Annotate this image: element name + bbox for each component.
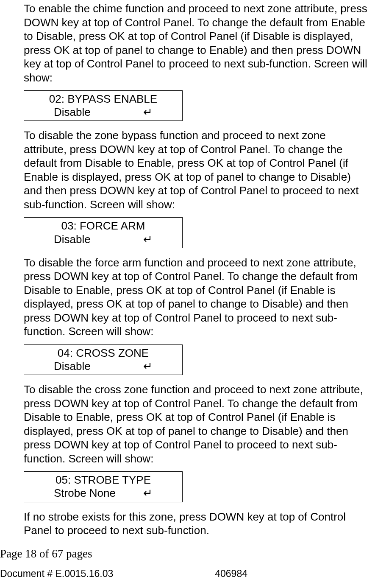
return-icon: ↵ — [143, 487, 153, 500]
paragraph-chime: To enable the chime function and proceed… — [24, 2, 371, 84]
page-number: Page 18 of 67 pages — [0, 547, 375, 560]
return-icon: ↵ — [143, 106, 153, 119]
lcd-value: Strobe None — [54, 487, 116, 500]
lcd-title: 05: STROBE TYPE — [28, 473, 178, 487]
lcd-status-row: Strobe None ↵ — [28, 487, 178, 500]
lcd-title: 02: BYPASS ENABLE — [28, 92, 178, 106]
lcd-value: Disable — [54, 360, 91, 373]
return-icon: ↵ — [143, 233, 153, 246]
page-footer: Page 18 of 67 pages Document # E.0015.16… — [0, 547, 375, 580]
lcd-status-row: Disable ↵ — [28, 106, 178, 119]
lcd-screen-strobe: 05: STROBE TYPE Strobe None ↵ — [24, 471, 183, 502]
lcd-value: Disable — [54, 233, 91, 246]
lcd-screen-force-arm: 03: FORCE ARM Disable ↵ — [24, 217, 183, 248]
lcd-status-row: Disable ↵ — [28, 360, 178, 373]
lcd-title: 04: CROSS ZONE — [28, 347, 178, 360]
paragraph-bypass: To disable the zone bypass function and … — [24, 129, 371, 211]
lcd-title: 03: FORCE ARM — [28, 219, 178, 232]
return-icon: ↵ — [143, 360, 153, 373]
lcd-screen-bypass: 02: BYPASS ENABLE Disable ↵ — [24, 90, 183, 121]
lcd-screen-cross-zone: 04: CROSS ZONE Disable ↵ — [24, 344, 183, 375]
lcd-status-row: Disable ↵ — [28, 233, 178, 246]
document-number: Document # E.0015.16.03 — [0, 568, 113, 580]
document-id: 406984 — [215, 568, 247, 580]
page-body: To enable the chime function and proceed… — [0, 0, 375, 538]
document-info: Document # E.0015.16.03 406984 — [0, 568, 375, 580]
paragraph-force-arm: To disable the force arm function and pr… — [24, 256, 371, 339]
paragraph-strobe: If no strobe exists for this zone, press… — [24, 510, 371, 538]
lcd-value: Disable — [54, 106, 91, 119]
paragraph-cross-zone: To disable the cross zone function and p… — [24, 383, 371, 465]
